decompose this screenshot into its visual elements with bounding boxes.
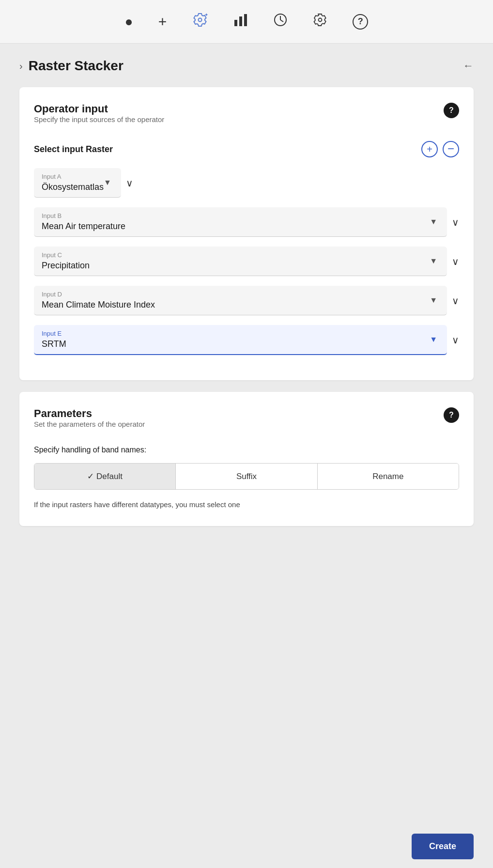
page-title: Raster Stacker bbox=[29, 58, 123, 74]
select-input-raster-title: Select input Raster bbox=[34, 144, 113, 155]
input-c-value: Precipitation bbox=[42, 261, 430, 271]
operator-input-title: Operator input bbox=[34, 103, 164, 115]
input-d-value: Mean Climate Moisture Index bbox=[42, 300, 430, 310]
add-input-button[interactable]: + bbox=[421, 141, 438, 157]
input-b-expand-icon[interactable]: ∨ bbox=[452, 217, 459, 228]
input-row-b: Input B Mean Air temperature ▼ ∨ bbox=[34, 207, 459, 237]
input-a-label: Input A bbox=[42, 173, 104, 180]
input-d-wrapper[interactable]: Input D Mean Climate Moisture Index ▼ bbox=[34, 286, 447, 315]
operator-input-subtitle: Specify the input sources of the operato… bbox=[34, 115, 164, 124]
band-names-label: Specify handling of band names: bbox=[34, 446, 459, 454]
operator-input-card: Operator input Specify the input sources… bbox=[19, 87, 474, 380]
main-content: › Raster Stacker ← Operator input Specif… bbox=[0, 44, 493, 868]
input-d-label: Input D bbox=[42, 291, 430, 298]
input-e-dropdown-icon[interactable]: ▼ bbox=[430, 335, 437, 344]
create-button[interactable]: Create bbox=[412, 834, 474, 859]
footer: Create bbox=[0, 825, 493, 868]
toggle-default[interactable]: ✓ Default bbox=[34, 464, 176, 489]
svg-rect-2 bbox=[234, 20, 237, 26]
svg-rect-4 bbox=[244, 14, 247, 26]
parameters-card: Parameters Set the parameters of the ope… bbox=[19, 392, 474, 526]
info-text: If the input rasters have different data… bbox=[34, 499, 459, 511]
toggle-rename[interactable]: Rename bbox=[318, 464, 459, 489]
page-header: › Raster Stacker ← bbox=[19, 58, 474, 74]
toggle-suffix[interactable]: Suffix bbox=[176, 464, 317, 489]
svg-rect-3 bbox=[239, 16, 242, 26]
input-d-expand-icon[interactable]: ∨ bbox=[452, 295, 459, 307]
help-toolbar-icon[interactable]: ? bbox=[353, 14, 368, 30]
parameters-title: Parameters bbox=[34, 407, 145, 420]
settings-active-icon[interactable]: ✦ bbox=[192, 12, 208, 31]
svg-point-8 bbox=[319, 18, 322, 22]
section-header: Select input Raster + − bbox=[34, 141, 459, 157]
input-a-value: Ökosystematlas bbox=[42, 182, 104, 192]
input-c-label: Input C bbox=[42, 251, 430, 259]
parameters-subtitle: Set the parameters of the operator bbox=[34, 420, 145, 428]
input-row-c: Input C Precipitation ▼ ∨ bbox=[34, 247, 459, 276]
add-icon[interactable]: + bbox=[158, 14, 167, 30]
input-a-dropdown-icon[interactable]: ▼ bbox=[104, 178, 111, 187]
input-c-wrapper[interactable]: Input C Precipitation ▼ bbox=[34, 247, 447, 276]
remove-input-button[interactable]: − bbox=[443, 141, 459, 157]
input-c-dropdown-icon[interactable]: ▼ bbox=[430, 257, 437, 265]
gear-icon[interactable] bbox=[313, 13, 327, 31]
input-e-value: SRTM bbox=[42, 339, 430, 349]
input-e-expand-icon[interactable]: ∨ bbox=[452, 334, 459, 346]
svg-line-7 bbox=[280, 20, 283, 22]
input-b-wrapper[interactable]: Input B Mean Air temperature ▼ bbox=[34, 207, 447, 237]
parameters-help-icon[interactable]: ? bbox=[444, 407, 459, 423]
input-a-expand-icon[interactable]: ∨ bbox=[126, 177, 133, 189]
input-e-label: Input E bbox=[42, 330, 430, 337]
section-actions: + − bbox=[421, 141, 459, 157]
clock-icon[interactable] bbox=[273, 13, 288, 31]
account-icon[interactable]: ● bbox=[125, 14, 133, 30]
input-a-wrapper[interactable]: Input A Ökosystematlas ▼ bbox=[34, 168, 121, 198]
input-row-e: Input E SRTM ▼ ∨ bbox=[34, 325, 459, 355]
back-button[interactable]: ← bbox=[463, 60, 474, 72]
input-d-dropdown-icon[interactable]: ▼ bbox=[430, 296, 437, 305]
input-c-expand-icon[interactable]: ∨ bbox=[452, 256, 459, 267]
check-icon: ✓ bbox=[87, 472, 96, 481]
band-names-toggle-group: ✓ Default Suffix Rename bbox=[34, 463, 459, 490]
breadcrumb-chevron: › bbox=[19, 61, 23, 72]
input-b-value: Mean Air temperature bbox=[42, 221, 430, 232]
input-row-a: Input A Ökosystematlas ▼ ∨ bbox=[34, 168, 459, 198]
input-b-label: Input B bbox=[42, 212, 430, 219]
toolbar: ● + ✦ ? bbox=[0, 0, 493, 44]
input-b-dropdown-icon[interactable]: ▼ bbox=[430, 217, 437, 226]
chart-icon[interactable] bbox=[233, 13, 248, 31]
operator-help-icon[interactable]: ? bbox=[444, 103, 459, 118]
input-row-d: Input D Mean Climate Moisture Index ▼ ∨ bbox=[34, 286, 459, 315]
svg-text:✦: ✦ bbox=[204, 12, 208, 17]
input-e-wrapper[interactable]: Input E SRTM ▼ bbox=[34, 325, 447, 355]
svg-point-0 bbox=[199, 18, 202, 22]
